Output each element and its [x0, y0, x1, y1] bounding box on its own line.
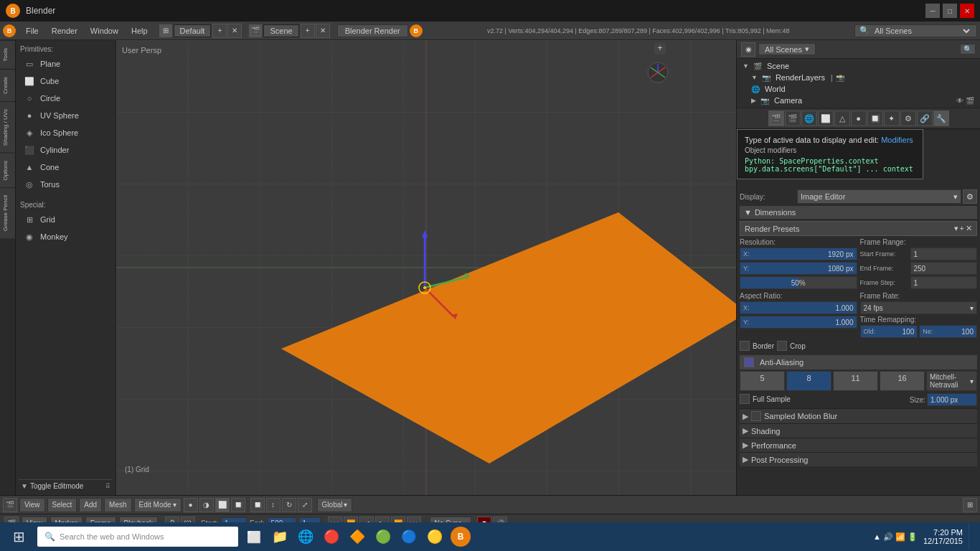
rotate-icon[interactable]: ↻ [282, 498, 296, 512]
taskbar-search-bar[interactable]: 🔍 Search the web and Windows [37, 527, 238, 547]
close-button[interactable]: ✕ [960, 4, 974, 18]
show-desktop-btn[interactable] [969, 524, 974, 550]
add-layout-btn[interactable]: + [212, 24, 227, 38]
display-dropdown[interactable]: Image Editor ▾ [797, 189, 961, 204]
scene-selector[interactable]: Scene [263, 24, 298, 37]
menu-help[interactable]: Help [126, 25, 154, 37]
app-icon-4[interactable]: 🟡 [425, 527, 445, 547]
remove-layout-btn[interactable]: ✕ [227, 24, 242, 38]
app-icon-2[interactable]: 🟢 [373, 527, 393, 547]
viewport-type-btn[interactable]: 🎬 [3, 498, 17, 512]
primitive-cone[interactable]: ▲ Cone [20, 159, 111, 176]
primitive-grid[interactable]: ⊞ Grid [20, 211, 111, 228]
aa-filter-dropdown[interactable]: Mitchell-Netravali ▾ [926, 371, 977, 391]
prop-icon-world[interactable]: 🌐 [801, 110, 817, 126]
start-button[interactable]: ⊞ [6, 524, 32, 550]
end-frame-field[interactable]: 250 [910, 262, 978, 275]
edge-icon[interactable]: 🌐 [296, 527, 316, 547]
prop-icon-physics[interactable]: ⚙ [900, 110, 916, 126]
aa-btn-16[interactable]: 16 [880, 371, 925, 391]
blender-taskbar-icon[interactable]: B [451, 527, 471, 547]
primitive-cube[interactable]: ⬜ Cube [20, 72, 111, 90]
add-preset-icon[interactable]: + [960, 224, 964, 233]
full-sample-checkbox[interactable] [740, 394, 750, 404]
app-icon-3[interactable]: 🔵 [399, 527, 419, 547]
resolution-pct-field[interactable]: 50% [740, 276, 857, 289]
prop-icon-constraints[interactable]: 🔗 [917, 110, 933, 126]
solid-shading-icon[interactable]: ⬜ [215, 498, 230, 512]
aspect-y-field[interactable]: Y: 1.000 [740, 316, 857, 329]
primitive-plane[interactable]: ▭ Plane [20, 55, 111, 72]
aa-btn-5[interactable]: 5 [740, 371, 785, 391]
file-explorer-icon[interactable]: 📁 [270, 527, 290, 547]
move-icon[interactable]: ↕ [266, 498, 281, 512]
remove-preset-icon[interactable]: ✕ [966, 224, 972, 233]
prop-icon-scene[interactable]: 🎬 [785, 110, 801, 126]
chrome-icon[interactable]: 🔴 [321, 527, 341, 547]
mode-selector[interactable]: Edit Mode ▾ [134, 498, 182, 512]
view-menu[interactable]: View [19, 498, 45, 512]
menu-render[interactable]: Render [46, 25, 83, 37]
all-scenes-select[interactable]: All Scenes ▾ [758, 43, 816, 55]
toggle-editmode-btn[interactable]: ▼ Toggle Editmode ⠿ [19, 479, 113, 492]
aa-section-title[interactable]: Anti-Aliasing [740, 355, 977, 369]
dimensions-section-title[interactable]: ▼ Dimensions [740, 206, 977, 219]
tab-create[interactable]: Create [0, 69, 15, 101]
render-mode-icon[interactable]: ● [184, 498, 198, 512]
minimize-button[interactable]: ─ [925, 4, 940, 18]
border-checkbox[interactable] [740, 341, 750, 351]
all-scenes-dropdown[interactable]: All Scenes [872, 26, 972, 36]
layers-icon[interactable]: ⊞ [963, 498, 977, 512]
viewport-shading-icon[interactable]: ◑ [199, 498, 214, 512]
prop-icon-particles[interactable]: ✦ [884, 110, 900, 126]
primitive-monkey[interactable]: ◉ Monkey [20, 228, 111, 245]
resolution-y-field[interactable]: Y: 1080 px [740, 262, 857, 275]
prop-icon-texture[interactable]: 🔲 [867, 110, 883, 126]
app-icon-1[interactable]: 🔶 [347, 527, 367, 547]
aa-btn-8[interactable]: 8 [786, 371, 831, 391]
prop-icon-render[interactable]: 🎬 [768, 110, 784, 126]
add-scene-btn[interactable]: + [301, 24, 315, 38]
maximize-button[interactable]: □ [943, 4, 957, 18]
viewport-3d[interactable]: + User Persp (1) Grid [116, 40, 736, 495]
render-engine-btn[interactable]: Blender Render [337, 24, 408, 37]
smb-checkbox[interactable] [751, 411, 761, 421]
prop-icon-modifiers[interactable]: 🔧 [933, 110, 949, 126]
tab-grease-pencil[interactable]: Grease Pencil [0, 187, 15, 238]
resolution-x-field[interactable]: X: 1920 px [740, 248, 857, 260]
search-field[interactable]: 🔍 [960, 44, 976, 55]
task-view-btn[interactable]: ⬜ [244, 527, 264, 547]
primitive-circle[interactable]: ○ Circle [20, 90, 111, 107]
tab-tools[interactable]: Tools [0, 40, 15, 69]
prop-icon-mesh[interactable]: △ [834, 110, 850, 126]
primitive-torus[interactable]: ◎ Torus [20, 176, 111, 193]
scene-tree-toggle[interactable]: ◉ [741, 42, 755, 57]
aa-btn-11[interactable]: 11 [833, 371, 878, 391]
display-settings-btn[interactable]: ⚙ [963, 189, 977, 204]
remove-scene-btn[interactable]: ✕ [316, 24, 330, 38]
crop-checkbox[interactable] [777, 341, 787, 351]
frame-rate-field[interactable]: 24 fps ▾ [860, 301, 978, 314]
scale-icon[interactable]: ⤢ [298, 498, 312, 512]
aa-checkbox[interactable] [744, 357, 754, 367]
new-field[interactable]: Ne: 100 [919, 325, 977, 338]
tree-item-world[interactable]: 🌐 World [740, 83, 977, 95]
tree-item-camera[interactable]: ▶ 📷 Camera 👁 🎬 [740, 95, 977, 106]
tree-item-scene[interactable]: ▼ 🎬 Scene [740, 60, 977, 72]
tree-item-renderlayers[interactable]: ▼ 📷 RenderLayers | 📸 [740, 72, 977, 83]
primitive-uv-sphere[interactable]: ● UV Sphere [20, 107, 111, 124]
tab-options[interactable]: Options [0, 153, 15, 188]
prop-icon-object[interactable]: ⬜ [818, 110, 834, 126]
menu-file[interactable]: File [20, 25, 44, 37]
snap-icon[interactable]: 🔲 [250, 498, 265, 512]
primitive-ico-sphere[interactable]: ◈ Ico Sphere [20, 124, 111, 141]
mesh-menu[interactable]: Mesh [104, 498, 131, 512]
start-frame-field[interactable]: 1 [910, 248, 978, 260]
old-field[interactable]: Old: 100 [860, 325, 918, 338]
add-menu[interactable]: Add [79, 498, 102, 512]
menu-window[interactable]: Window [85, 25, 124, 37]
transform-space[interactable]: Global ▾ [317, 498, 353, 512]
size-field[interactable]: 1.000 px [927, 393, 977, 406]
tab-shading-uvs[interactable]: Shading / UVs [0, 101, 15, 153]
select-menu[interactable]: Select [47, 498, 77, 512]
